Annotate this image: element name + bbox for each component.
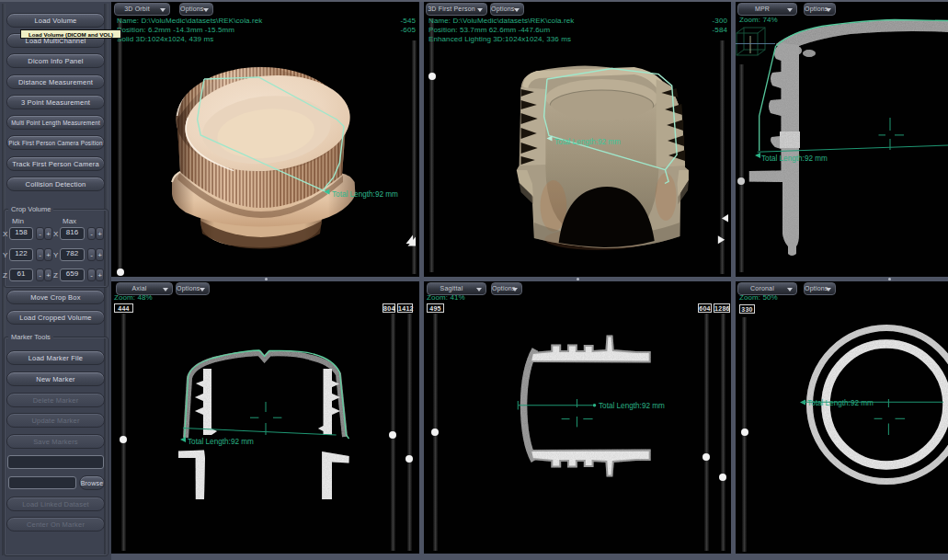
svg-text:Total Length:92 mm: Total Length:92 mm: [599, 402, 665, 410]
svg-text:Total Length:92 mm: Total Length:92 mm: [807, 399, 874, 407]
svg-text:Total Length:92 mm: Total Length:92 mm: [761, 154, 828, 163]
svg-text:Total Length:92 mm: Total Length:92 mm: [554, 138, 621, 146]
svg-text:Total Length:92 mm: Total Length:92 mm: [188, 438, 254, 446]
svg-text:Total Length:92 mm: Total Length:92 mm: [332, 190, 398, 199]
